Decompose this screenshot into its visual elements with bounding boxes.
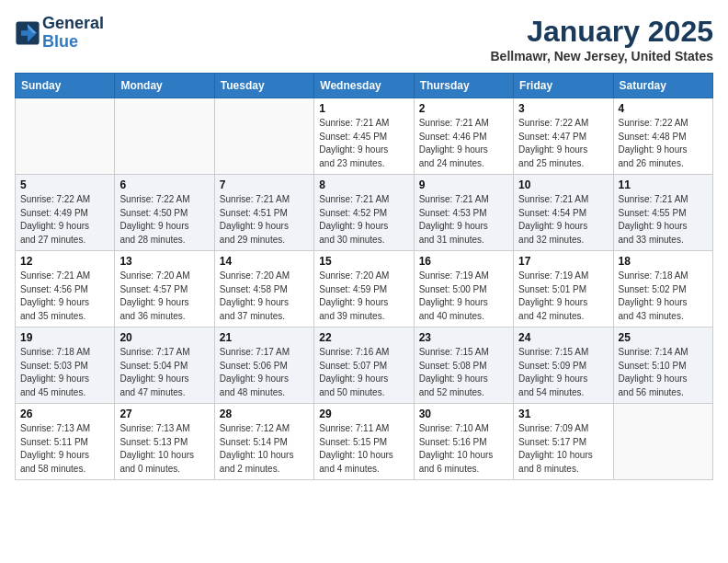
day-number: 5 bbox=[20, 178, 109, 191]
weekday-header-wednesday: Wednesday bbox=[314, 74, 414, 98]
day-info: Sunrise: 7:10 AM Sunset: 5:16 PM Dayligh… bbox=[419, 422, 508, 476]
calendar-table: SundayMondayTuesdayWednesdayThursdayFrid… bbox=[15, 73, 713, 480]
week-row-2: 5Sunrise: 7:22 AM Sunset: 4:49 PM Daylig… bbox=[16, 175, 713, 251]
calendar-cell: 15Sunrise: 7:20 AM Sunset: 4:59 PM Dayli… bbox=[314, 251, 414, 327]
weekday-header-monday: Monday bbox=[115, 74, 214, 98]
calendar-cell: 5Sunrise: 7:22 AM Sunset: 4:49 PM Daylig… bbox=[16, 175, 115, 251]
day-info: Sunrise: 7:21 AM Sunset: 4:45 PM Dayligh… bbox=[319, 117, 408, 170]
week-row-4: 19Sunrise: 7:18 AM Sunset: 5:03 PM Dayli… bbox=[16, 327, 713, 404]
calendar-cell: 1Sunrise: 7:21 AM Sunset: 4:45 PM Daylig… bbox=[314, 98, 414, 175]
day-number: 17 bbox=[518, 255, 608, 268]
day-number: 29 bbox=[319, 408, 408, 420]
calendar-cell: 29Sunrise: 7:11 AM Sunset: 5:15 PM Dayli… bbox=[314, 404, 414, 480]
calendar-cell bbox=[115, 98, 214, 175]
calendar-cell: 23Sunrise: 7:15 AM Sunset: 5:08 PM Dayli… bbox=[414, 327, 513, 404]
weekday-header-row: SundayMondayTuesdayWednesdayThursdayFrid… bbox=[16, 74, 713, 98]
weekday-header-thursday: Thursday bbox=[414, 74, 513, 98]
day-number: 4 bbox=[619, 102, 708, 115]
day-number: 15 bbox=[319, 255, 408, 268]
calendar-cell: 18Sunrise: 7:18 AM Sunset: 5:02 PM Dayli… bbox=[613, 251, 712, 327]
calendar-cell: 9Sunrise: 7:21 AM Sunset: 4:53 PM Daylig… bbox=[414, 175, 513, 251]
day-number: 13 bbox=[119, 255, 209, 268]
day-number: 21 bbox=[220, 331, 309, 344]
day-info: Sunrise: 7:13 AM Sunset: 5:11 PM Dayligh… bbox=[20, 422, 109, 476]
weekday-header-sunday: Sunday bbox=[16, 74, 115, 98]
day-number: 9 bbox=[419, 178, 508, 191]
day-number: 11 bbox=[619, 178, 708, 191]
day-number: 10 bbox=[518, 178, 608, 191]
day-number: 27 bbox=[119, 408, 209, 420]
calendar-cell: 16Sunrise: 7:19 AM Sunset: 5:00 PM Dayli… bbox=[414, 251, 513, 327]
day-number: 28 bbox=[220, 408, 309, 420]
day-number: 8 bbox=[319, 178, 408, 191]
day-number: 30 bbox=[419, 408, 508, 420]
day-info: Sunrise: 7:20 AM Sunset: 4:57 PM Dayligh… bbox=[119, 270, 209, 323]
day-number: 18 bbox=[619, 255, 708, 268]
calendar-cell: 28Sunrise: 7:12 AM Sunset: 5:14 PM Dayli… bbox=[214, 404, 313, 480]
day-number: 20 bbox=[119, 331, 209, 344]
calendar-cell: 21Sunrise: 7:17 AM Sunset: 5:06 PM Dayli… bbox=[214, 327, 313, 404]
month-title: January 2025 bbox=[490, 15, 713, 49]
week-row-1: 1Sunrise: 7:21 AM Sunset: 4:45 PM Daylig… bbox=[16, 98, 713, 175]
location: Bellmawr, New Jersey, United States bbox=[490, 49, 713, 63]
logo-line1: General bbox=[42, 15, 104, 33]
weekday-header-friday: Friday bbox=[514, 74, 613, 98]
day-info: Sunrise: 7:21 AM Sunset: 4:51 PM Dayligh… bbox=[220, 193, 309, 247]
day-info: Sunrise: 7:15 AM Sunset: 5:09 PM Dayligh… bbox=[518, 346, 608, 399]
calendar-cell: 22Sunrise: 7:16 AM Sunset: 5:07 PM Dayli… bbox=[314, 327, 414, 404]
calendar-cell: 30Sunrise: 7:10 AM Sunset: 5:16 PM Dayli… bbox=[414, 404, 513, 480]
day-info: Sunrise: 7:22 AM Sunset: 4:48 PM Dayligh… bbox=[619, 117, 708, 170]
day-info: Sunrise: 7:22 AM Sunset: 4:49 PM Dayligh… bbox=[20, 193, 109, 247]
calendar-cell: 10Sunrise: 7:21 AM Sunset: 4:54 PM Dayli… bbox=[514, 175, 613, 251]
calendar-cell: 2Sunrise: 7:21 AM Sunset: 4:46 PM Daylig… bbox=[414, 98, 513, 175]
day-number: 22 bbox=[319, 331, 408, 344]
day-number: 26 bbox=[20, 408, 109, 420]
day-number: 1 bbox=[319, 102, 408, 115]
day-info: Sunrise: 7:11 AM Sunset: 5:15 PM Dayligh… bbox=[319, 422, 408, 476]
day-number: 2 bbox=[419, 102, 508, 115]
day-number: 19 bbox=[20, 331, 109, 344]
day-info: Sunrise: 7:20 AM Sunset: 4:59 PM Dayligh… bbox=[319, 270, 408, 323]
calendar-cell: 19Sunrise: 7:18 AM Sunset: 5:03 PM Dayli… bbox=[16, 327, 115, 404]
week-row-3: 12Sunrise: 7:21 AM Sunset: 4:56 PM Dayli… bbox=[16, 251, 713, 327]
weekday-header-tuesday: Tuesday bbox=[214, 74, 313, 98]
calendar-cell: 24Sunrise: 7:15 AM Sunset: 5:09 PM Dayli… bbox=[514, 327, 613, 404]
day-info: Sunrise: 7:22 AM Sunset: 4:50 PM Dayligh… bbox=[119, 193, 209, 247]
day-number: 25 bbox=[619, 331, 708, 344]
calendar-cell bbox=[16, 98, 115, 175]
logo-text: General Blue bbox=[42, 15, 104, 52]
day-info: Sunrise: 7:21 AM Sunset: 4:55 PM Dayligh… bbox=[619, 193, 708, 247]
logo-line2: Blue bbox=[42, 33, 104, 52]
day-info: Sunrise: 7:20 AM Sunset: 4:58 PM Dayligh… bbox=[220, 270, 309, 323]
day-info: Sunrise: 7:12 AM Sunset: 5:14 PM Dayligh… bbox=[220, 422, 309, 476]
calendar-cell: 7Sunrise: 7:21 AM Sunset: 4:51 PM Daylig… bbox=[214, 175, 313, 251]
day-number: 12 bbox=[20, 255, 109, 268]
day-number: 3 bbox=[518, 102, 608, 115]
calendar-cell: 31Sunrise: 7:09 AM Sunset: 5:17 PM Dayli… bbox=[514, 404, 613, 480]
title-block: January 2025 Bellmawr, New Jersey, Unite… bbox=[490, 15, 713, 63]
day-info: Sunrise: 7:21 AM Sunset: 4:46 PM Dayligh… bbox=[419, 117, 508, 170]
day-number: 14 bbox=[220, 255, 309, 268]
calendar-cell: 6Sunrise: 7:22 AM Sunset: 4:50 PM Daylig… bbox=[115, 175, 214, 251]
day-info: Sunrise: 7:15 AM Sunset: 5:08 PM Dayligh… bbox=[419, 346, 508, 399]
page-header: General Blue January 2025 Bellmawr, New … bbox=[15, 15, 713, 63]
day-info: Sunrise: 7:18 AM Sunset: 5:02 PM Dayligh… bbox=[619, 270, 708, 323]
calendar-cell: 25Sunrise: 7:14 AM Sunset: 5:10 PM Dayli… bbox=[613, 327, 712, 404]
calendar-cell: 20Sunrise: 7:17 AM Sunset: 5:04 PM Dayli… bbox=[115, 327, 214, 404]
logo-icon bbox=[15, 20, 40, 46]
day-info: Sunrise: 7:09 AM Sunset: 5:17 PM Dayligh… bbox=[518, 422, 608, 476]
day-number: 31 bbox=[518, 408, 608, 420]
day-info: Sunrise: 7:22 AM Sunset: 4:47 PM Dayligh… bbox=[518, 117, 608, 170]
day-info: Sunrise: 7:19 AM Sunset: 5:01 PM Dayligh… bbox=[518, 270, 608, 323]
day-info: Sunrise: 7:21 AM Sunset: 4:52 PM Dayligh… bbox=[319, 193, 408, 247]
day-number: 16 bbox=[419, 255, 508, 268]
calendar-cell: 12Sunrise: 7:21 AM Sunset: 4:56 PM Dayli… bbox=[16, 251, 115, 327]
calendar-cell bbox=[214, 98, 313, 175]
calendar-cell: 26Sunrise: 7:13 AM Sunset: 5:11 PM Dayli… bbox=[16, 404, 115, 480]
day-info: Sunrise: 7:17 AM Sunset: 5:04 PM Dayligh… bbox=[119, 346, 209, 399]
calendar-cell: 8Sunrise: 7:21 AM Sunset: 4:52 PM Daylig… bbox=[314, 175, 414, 251]
day-info: Sunrise: 7:14 AM Sunset: 5:10 PM Dayligh… bbox=[619, 346, 708, 399]
calendar-cell: 27Sunrise: 7:13 AM Sunset: 5:13 PM Dayli… bbox=[115, 404, 214, 480]
day-number: 7 bbox=[220, 178, 309, 191]
calendar-cell: 4Sunrise: 7:22 AM Sunset: 4:48 PM Daylig… bbox=[613, 98, 712, 175]
